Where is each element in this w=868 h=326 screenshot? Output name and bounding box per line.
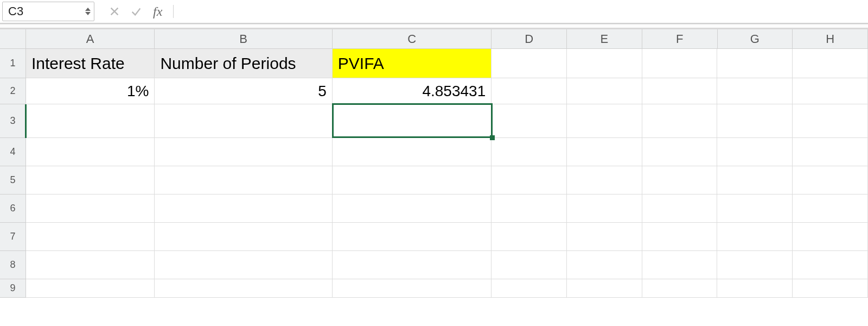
- cell-F1[interactable]: [642, 49, 718, 78]
- cell-H3[interactable]: [793, 104, 868, 138]
- cell-G5[interactable]: [717, 166, 793, 195]
- row-header-3[interactable]: 3: [0, 104, 26, 138]
- cell-G2[interactable]: [717, 78, 793, 104]
- cell-C8[interactable]: [333, 251, 492, 279]
- cell-E1[interactable]: [567, 49, 642, 78]
- column-header-E[interactable]: E: [567, 29, 642, 49]
- cell-C4[interactable]: [333, 138, 492, 166]
- select-all-corner[interactable]: [0, 29, 26, 49]
- cell-F2[interactable]: [642, 78, 718, 104]
- cell-H4[interactable]: [793, 138, 868, 166]
- cell-F3[interactable]: [642, 104, 718, 138]
- spreadsheet-grid[interactable]: A B C D E F G H 1 Interest Rate Number o…: [0, 29, 868, 298]
- cell-G4[interactable]: [717, 138, 793, 166]
- confirm-formula-button[interactable]: [129, 4, 143, 18]
- column-header-C[interactable]: C: [333, 29, 492, 49]
- row-header-2[interactable]: 2: [0, 78, 26, 104]
- row-header-6[interactable]: 6: [0, 195, 26, 223]
- cell-D9[interactable]: [492, 279, 567, 298]
- cell-A2[interactable]: 1%: [26, 78, 155, 104]
- column-header-B[interactable]: B: [155, 29, 332, 49]
- cell-A7[interactable]: [26, 223, 155, 251]
- column-header-A[interactable]: A: [26, 29, 155, 49]
- cell-C5[interactable]: [333, 166, 492, 195]
- cell-B8[interactable]: [155, 251, 332, 279]
- cell-B9[interactable]: [155, 279, 332, 298]
- cell-F7[interactable]: [642, 223, 718, 251]
- cell-F5[interactable]: [642, 166, 718, 195]
- cell-D3[interactable]: [492, 104, 567, 138]
- cell-E4[interactable]: [567, 138, 642, 166]
- cell-H1[interactable]: [793, 49, 868, 78]
- cell-E8[interactable]: [567, 251, 642, 279]
- cell-A8[interactable]: [26, 251, 155, 279]
- cell-G8[interactable]: [717, 251, 793, 279]
- cell-D2[interactable]: [492, 78, 567, 104]
- cell-G1[interactable]: [717, 49, 793, 78]
- cell-D1[interactable]: [492, 49, 567, 78]
- cell-A3[interactable]: [26, 104, 155, 138]
- cell-A9[interactable]: [26, 279, 155, 298]
- cell-G9[interactable]: [717, 279, 793, 298]
- cell-C6[interactable]: [333, 195, 492, 223]
- row-header-1[interactable]: 1: [0, 49, 26, 78]
- cell-B3[interactable]: [155, 104, 332, 138]
- row-header-9[interactable]: 9: [0, 279, 26, 298]
- name-box-stepper[interactable]: [85, 8, 91, 15]
- cell-G7[interactable]: [717, 223, 793, 251]
- cell-C7[interactable]: [333, 223, 492, 251]
- cell-F4[interactable]: [642, 138, 718, 166]
- cell-C2[interactable]: 4.853431: [333, 78, 492, 104]
- cell-H2[interactable]: [793, 78, 868, 104]
- row-header-7[interactable]: 7: [0, 223, 26, 251]
- formula-input[interactable]: [181, 2, 183, 21]
- column-header-F[interactable]: F: [642, 29, 718, 49]
- cell-H9[interactable]: [793, 279, 868, 298]
- cell-C9[interactable]: [333, 279, 492, 298]
- cell-D6[interactable]: [492, 195, 567, 223]
- cell-E2[interactable]: [567, 78, 642, 104]
- column-header-H[interactable]: H: [793, 29, 868, 49]
- cell-H5[interactable]: [793, 166, 868, 195]
- cell-D5[interactable]: [492, 166, 567, 195]
- cell-B2[interactable]: 5: [155, 78, 332, 104]
- cell-H7[interactable]: [793, 223, 868, 251]
- cell-A6[interactable]: [26, 195, 155, 223]
- cell-C1[interactable]: PVIFA: [333, 49, 492, 78]
- cell-A1[interactable]: Interest Rate: [26, 49, 155, 78]
- cell-E7[interactable]: [567, 223, 642, 251]
- cell-C3[interactable]: [333, 104, 492, 138]
- row-3: 3: [0, 104, 868, 138]
- cancel-formula-button[interactable]: [107, 4, 122, 18]
- column-header-D[interactable]: D: [492, 29, 567, 49]
- cell-D4[interactable]: [492, 138, 567, 166]
- cell-E5[interactable]: [567, 166, 642, 195]
- cell-E6[interactable]: [567, 195, 642, 223]
- cell-G6[interactable]: [717, 195, 793, 223]
- cell-F6[interactable]: [642, 195, 718, 223]
- name-box[interactable]: C3: [2, 2, 94, 21]
- cell-D8[interactable]: [492, 251, 567, 279]
- fx-label[interactable]: fx: [153, 4, 162, 19]
- cell-B1[interactable]: Number of Periods: [155, 49, 332, 78]
- cell-E9[interactable]: [567, 279, 642, 298]
- cell-B7[interactable]: [155, 223, 332, 251]
- row-header-4[interactable]: 4: [0, 138, 26, 166]
- cell-D7[interactable]: [492, 223, 567, 251]
- cell-A4[interactable]: [26, 138, 155, 166]
- cell-G3[interactable]: [717, 104, 793, 138]
- row-header-5[interactable]: 5: [0, 166, 26, 195]
- cell-A5[interactable]: [26, 166, 155, 195]
- cell-F8[interactable]: [642, 251, 718, 279]
- column-headers: A B C D E F G H: [0, 29, 868, 49]
- cell-H6[interactable]: [793, 195, 868, 223]
- column-header-G[interactable]: G: [718, 29, 793, 49]
- cell-H8[interactable]: [793, 251, 868, 279]
- cell-B6[interactable]: [155, 195, 332, 223]
- cell-B4[interactable]: [155, 138, 332, 166]
- cell-B5[interactable]: [155, 166, 332, 195]
- cell-E3[interactable]: [567, 104, 642, 138]
- cell-F9[interactable]: [642, 279, 718, 298]
- fill-handle[interactable]: [490, 135, 495, 140]
- row-header-8[interactable]: 8: [0, 251, 26, 279]
